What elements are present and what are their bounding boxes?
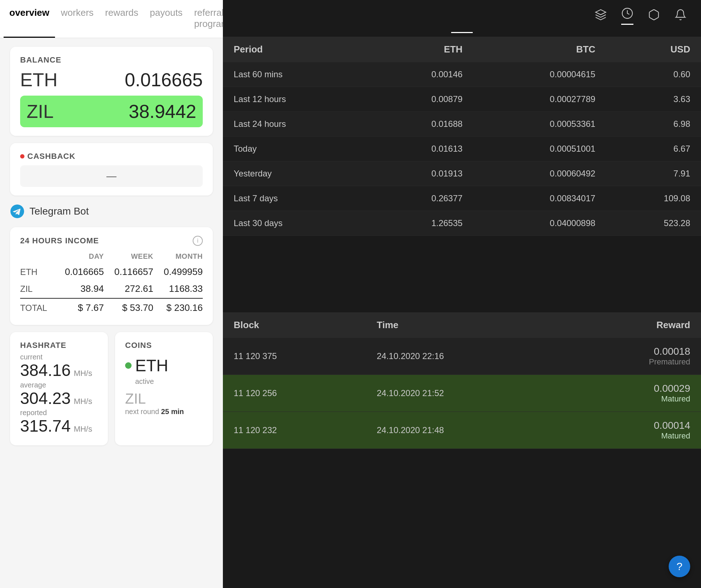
list-item: 11 120 232 24.10.2020 21:48 0.00014 Matu… bbox=[223, 412, 701, 449]
income-card: 24 HOURS INCOME i DAY WEEK MONTH ETH 0.0… bbox=[10, 227, 213, 325]
table-row: ETH 0.016665 0.116657 0.499959 bbox=[20, 263, 203, 280]
coins-title: COINS bbox=[125, 341, 203, 350]
income-table: DAY WEEK MONTH ETH 0.016665 0.116657 0.4… bbox=[20, 252, 203, 316]
earnings-usd-6: 523.28 bbox=[606, 211, 701, 236]
nav-tabs: overview workers rewards payouts referra… bbox=[0, 0, 223, 38]
hashrate-reported-row: reported 315.74 MH/s bbox=[20, 409, 98, 435]
info-icon[interactable]: i bbox=[193, 236, 203, 246]
right-top-bar bbox=[223, 0, 701, 32]
coins-zil-next-label: next round bbox=[125, 408, 159, 415]
reward-status-0: Prematured bbox=[649, 357, 690, 367]
earnings-period-6: Last 30 days bbox=[223, 211, 369, 236]
list-item: Last 30 days 1.26535 0.04000898 523.28 bbox=[223, 211, 701, 236]
cashback-label: CASHBACK bbox=[27, 152, 75, 161]
block-number-2: 11 120 232 bbox=[223, 412, 366, 449]
tab-payouts[interactable]: payouts bbox=[144, 0, 188, 38]
earnings-eth-3: 0.01613 bbox=[369, 137, 473, 161]
hashrate-reported-unit: MH/s bbox=[74, 424, 92, 433]
reward-cell-0: 0.00018 Prematured bbox=[573, 346, 690, 367]
layers-icon[interactable] bbox=[595, 9, 607, 24]
income-row-eth-coin: ETH bbox=[20, 263, 54, 280]
coins-zil-name: ZIL bbox=[125, 391, 203, 407]
cashback-dot-icon bbox=[20, 154, 24, 159]
reward-amount-0: 0.00018 bbox=[654, 346, 690, 357]
coins-zil-next: next round 25 min bbox=[125, 408, 203, 416]
cashback-value: — bbox=[106, 170, 116, 182]
list-item: Last 7 days 0.26377 0.00834017 109.08 bbox=[223, 186, 701, 211]
earnings-period-1: Last 12 hours bbox=[223, 87, 369, 112]
earnings-btc-1: 0.00027789 bbox=[473, 87, 606, 112]
hashrate-title: HASHRATE bbox=[20, 341, 98, 350]
earnings-eth-0: 0.00146 bbox=[369, 62, 473, 87]
blocks-section: Block Time Reward 11 120 375 24.10.2020 … bbox=[223, 312, 701, 588]
hashrate-average-unit: MH/s bbox=[74, 397, 92, 406]
table-row: ZIL 38.94 272.61 1168.33 bbox=[20, 280, 203, 298]
cashback-card: CASHBACK — bbox=[10, 143, 213, 196]
block-reward-0: 0.00018 Prematured bbox=[562, 338, 701, 375]
income-row-zil-week: 272.61 bbox=[104, 280, 154, 298]
earnings-period-2: Last 24 hours bbox=[223, 112, 369, 137]
balance-label: BALANCE bbox=[20, 55, 203, 65]
income-row-zil-day: 38.94 bbox=[54, 280, 104, 298]
balance-eth-amount: 0.016665 bbox=[125, 69, 203, 91]
left-panel: overview workers rewards payouts referra… bbox=[0, 0, 223, 588]
balance-eth-coin: ETH bbox=[20, 69, 58, 91]
coins-card: COINS ETH active ZIL next round 25 min bbox=[115, 332, 213, 445]
earnings-btc-3: 0.00051001 bbox=[473, 137, 606, 161]
bell-icon[interactable] bbox=[674, 9, 687, 24]
earnings-table: Period ETH BTC USD Last 60 mins 0.00146 … bbox=[223, 37, 701, 236]
block-reward-2: 0.00014 Matured bbox=[562, 412, 701, 449]
block-reward-1: 0.00029 Matured bbox=[562, 375, 701, 412]
box-icon[interactable] bbox=[648, 9, 660, 24]
income-row-total-day: $ 7.67 bbox=[54, 298, 104, 316]
tab-divider bbox=[451, 32, 473, 33]
block-time-0: 24.10.2020 22:16 bbox=[366, 338, 562, 375]
earnings-btc-2: 0.00053361 bbox=[473, 112, 606, 137]
hashrate-current-label: current bbox=[20, 353, 98, 361]
block-time-2: 24.10.2020 21:48 bbox=[366, 412, 562, 449]
hashrate-reported-value: 315.74 bbox=[20, 417, 71, 435]
income-row-eth-day: 0.016665 bbox=[54, 263, 104, 280]
reward-amount-1: 0.00029 bbox=[654, 383, 690, 394]
hashrate-average-row: average 304.23 MH/s bbox=[20, 381, 98, 408]
list-item: 11 120 256 24.10.2020 21:52 0.00029 Matu… bbox=[223, 375, 701, 412]
earnings-eth-4: 0.01913 bbox=[369, 161, 473, 186]
blocks-table: Block Time Reward 11 120 375 24.10.2020 … bbox=[223, 312, 701, 449]
tab-overview[interactable]: overview bbox=[4, 0, 55, 38]
tab-rewards[interactable]: rewards bbox=[99, 0, 144, 38]
cashback-value-box: — bbox=[20, 165, 203, 187]
earnings-usd-5: 109.08 bbox=[606, 186, 701, 211]
income-row-total-coin: TOTAL bbox=[20, 298, 54, 316]
eth-active-dot-icon bbox=[125, 362, 132, 369]
earnings-period-3: Today bbox=[223, 137, 369, 161]
income-row-eth-month: 0.499959 bbox=[153, 263, 203, 280]
coins-eth-status: active bbox=[135, 377, 203, 386]
block-number-1: 11 120 256 bbox=[223, 375, 366, 412]
earnings-eth-1: 0.00879 bbox=[369, 87, 473, 112]
tab-workers[interactable]: workers bbox=[55, 0, 99, 38]
earnings-btc-6: 0.04000898 bbox=[473, 211, 606, 236]
earnings-usd-4: 7.91 bbox=[606, 161, 701, 186]
balance-zil-row: ZIL 38.9442 bbox=[20, 96, 203, 127]
balance-zil-coin: ZIL bbox=[27, 101, 54, 122]
list-item: Last 12 hours 0.00879 0.00027789 3.63 bbox=[223, 87, 701, 112]
balance-eth-row: ETH 0.016665 bbox=[20, 69, 203, 91]
help-button[interactable]: ? bbox=[669, 556, 690, 577]
earnings-usd-0: 0.60 bbox=[606, 62, 701, 87]
cashback-header: CASHBACK bbox=[20, 152, 203, 161]
blocks-col-block: Block bbox=[223, 312, 366, 338]
reward-amount-2: 0.00014 bbox=[654, 420, 690, 431]
earnings-col-period: Period bbox=[223, 37, 369, 62]
reward-cell-2: 0.00014 Matured bbox=[573, 420, 690, 441]
hashrate-reported-label: reported bbox=[20, 409, 98, 417]
list-item: 11 120 375 24.10.2020 22:16 0.00018 Prem… bbox=[223, 338, 701, 375]
earnings-usd-2: 6.98 bbox=[606, 112, 701, 137]
earnings-period-0: Last 60 mins bbox=[223, 62, 369, 87]
clock-icon[interactable] bbox=[621, 7, 633, 25]
balance-zil-amount: 38.9442 bbox=[129, 101, 196, 122]
telegram-row[interactable]: Telegram Bot bbox=[10, 203, 213, 220]
earnings-btc-5: 0.00834017 bbox=[473, 186, 606, 211]
tab-referral[interactable]: referral program bbox=[188, 0, 223, 38]
bottom-row: HASHRATE current 384.16 MH/s average 304… bbox=[10, 332, 213, 445]
earnings-eth-6: 1.26535 bbox=[369, 211, 473, 236]
